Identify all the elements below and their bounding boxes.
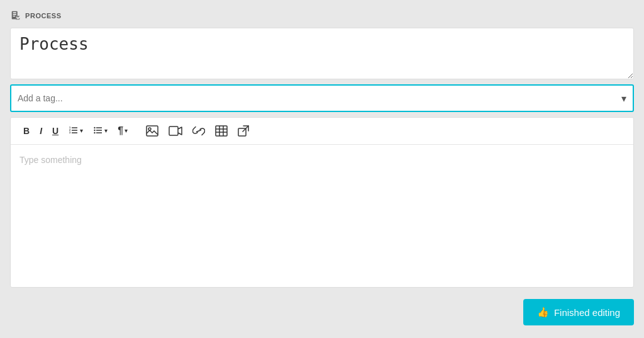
video-button[interactable] [165, 123, 186, 138]
bold-button[interactable]: B [19, 124, 33, 138]
svg-rect-1 [13, 13, 16, 13]
ordered-list-button[interactable]: 1 2 3 ▾ [65, 123, 87, 139]
link-icon [192, 126, 205, 136]
svg-rect-21 [216, 126, 227, 136]
table-button[interactable] [211, 123, 231, 139]
italic-button[interactable]: I [36, 124, 46, 138]
finished-editing-button[interactable]: 👍 Finished editing [523, 299, 634, 325]
svg-text:3: 3 [69, 131, 71, 134]
image-icon [146, 125, 158, 137]
svg-rect-17 [147, 126, 158, 136]
editor-content[interactable]: Type something [11, 145, 633, 287]
tag-dropdown-icon[interactable]: ▾ [621, 93, 626, 104]
section-label: PROCESS [10, 10, 634, 21]
editor-toolbar: B I U 1 2 3 ▾ [11, 118, 633, 145]
footer: 👍 Finished editing [10, 293, 634, 328]
table-icon [215, 125, 228, 137]
editor-container: B I U 1 2 3 ▾ [10, 117, 634, 288]
tag-input-wrapper: ▾ [10, 84, 634, 112]
unordered-list-button[interactable]: ▾ [89, 123, 111, 139]
underline-button[interactable]: U [48, 124, 62, 138]
paragraph-button[interactable]: ¶ ▾ [114, 123, 131, 138]
link-button[interactable] [189, 123, 209, 138]
title-input[interactable]: Process [10, 28, 634, 79]
svg-rect-3 [13, 16, 16, 16]
svg-line-20 [197, 130, 201, 132]
toolbar-separator-1 [136, 125, 137, 137]
editor-placeholder: Type something [19, 155, 82, 165]
video-icon [169, 126, 182, 136]
tag-input[interactable] [18, 93, 621, 103]
external-link-button[interactable] [234, 123, 253, 139]
svg-rect-19 [169, 127, 178, 135]
process-icon [10, 10, 21, 21]
section-label-text: PROCESS [25, 12, 62, 20]
svg-point-16 [94, 132, 95, 133]
external-link-icon [238, 125, 249, 137]
image-button[interactable] [142, 123, 162, 139]
finished-button-label: Finished editing [554, 307, 620, 318]
svg-point-14 [94, 127, 95, 128]
svg-point-15 [94, 130, 95, 131]
svg-rect-2 [13, 14, 16, 14]
thumbs-up-icon: 👍 [537, 307, 549, 318]
